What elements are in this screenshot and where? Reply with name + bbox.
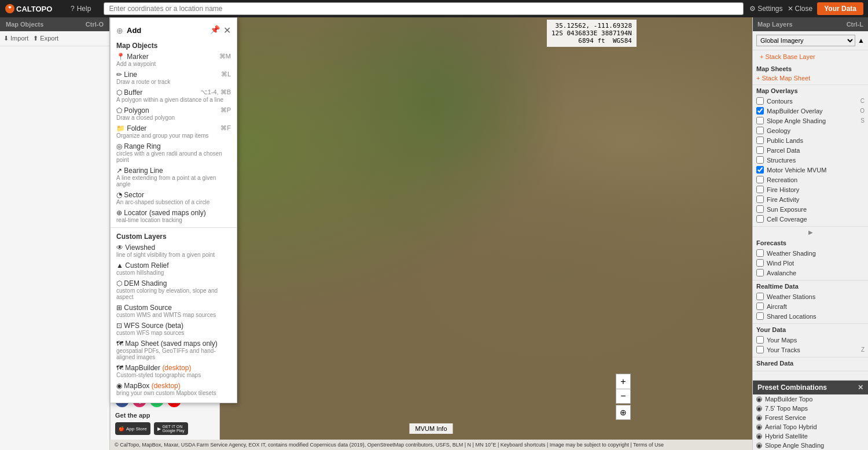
forecast-wind[interactable]: Wind Plot bbox=[756, 258, 865, 268]
add-line[interactable]: ✏ Line⌘L Draw a route or track bbox=[111, 69, 237, 87]
fire-activity-checkbox[interactable] bbox=[756, 196, 764, 203]
preset-close-button[interactable]: ✕ bbox=[858, 383, 863, 392]
overlay-structures[interactable]: Structures bbox=[756, 155, 865, 165]
preset-forest-service[interactable]: ◉ Forest Service bbox=[753, 413, 868, 422]
mvum-checkbox[interactable] bbox=[756, 166, 764, 174]
your-maps[interactable]: Your Maps bbox=[756, 335, 865, 345]
zoom-in-button[interactable]: + bbox=[616, 374, 631, 389]
your-tracks[interactable]: Your Tracks Z bbox=[756, 345, 865, 355]
realtime-aircraft[interactable]: Aircraft bbox=[756, 301, 865, 311]
close-button[interactable]: ✕ Close bbox=[788, 5, 813, 13]
overlay-mvum[interactable]: Motor Vehicle MVUM bbox=[756, 165, 865, 175]
settings-button[interactable]: ⚙ Settings bbox=[749, 5, 782, 13]
add-icon: ⊕ bbox=[116, 26, 123, 35]
add-polygon[interactable]: ⬠ Polygon⌘P Draw a closed polygon bbox=[111, 105, 237, 123]
preset-radio-aerial: ◉ bbox=[756, 424, 762, 430]
overlay-public-lands[interactable]: Public Lands bbox=[756, 135, 865, 145]
pin-button[interactable]: 📌 bbox=[210, 25, 220, 36]
preset-mapbuilder-topo[interactable]: ◉ MapBuilder Topo bbox=[753, 394, 868, 404]
structures-checkbox[interactable] bbox=[756, 156, 764, 164]
aircraft-checkbox[interactable] bbox=[756, 303, 764, 310]
slope-checkbox[interactable] bbox=[756, 117, 764, 124]
overlay-fire-history[interactable]: Fire History bbox=[756, 185, 865, 194]
export-button[interactable]: ⬆ Export bbox=[33, 35, 58, 42]
add-mapbox[interactable]: ◉ MapBox (desktop) bring your own custom… bbox=[111, 380, 237, 398]
contours-checkbox[interactable] bbox=[756, 97, 764, 105]
google-play-badge[interactable]: ▶ GET IT ONGoogle Play bbox=[154, 422, 188, 435]
sun-checkbox[interactable] bbox=[756, 205, 764, 213]
weather-stations-checkbox[interactable] bbox=[756, 293, 764, 300]
google-play-icon: ▶ bbox=[157, 426, 161, 431]
map-overlays-section: Map Overlays Contours C MapBuilder Overl… bbox=[753, 85, 868, 227]
preset-panel: Preset Combinations ✕ ◉ MapBuilder Topo … bbox=[752, 380, 868, 450]
stack-base-button[interactable]: + Stack Base Layer bbox=[756, 51, 865, 62]
overlay-recreation[interactable]: Recreation bbox=[756, 175, 865, 185]
shared-locations-checkbox[interactable] bbox=[756, 312, 764, 320]
add-buffer[interactable]: ⬡ Buffer⌥1-4, ⌘B A polygon within a give… bbox=[111, 87, 237, 105]
public-lands-checkbox[interactable] bbox=[756, 137, 764, 144]
help-button[interactable]: ? Help bbox=[64, 5, 98, 13]
avalanche-checkbox[interactable] bbox=[756, 269, 764, 276]
add-sector[interactable]: ◔ Sector An arc-shaped subsection of a c… bbox=[111, 189, 237, 207]
add-custom-source[interactable]: ⊞ Custom Source custom WMS and WMTS map … bbox=[111, 302, 237, 320]
mapbuilder-checkbox[interactable] bbox=[756, 107, 764, 115]
locate-button[interactable]: ⊕ bbox=[616, 405, 631, 420]
your-maps-checkbox[interactable] bbox=[756, 336, 764, 344]
fire-history-checkbox[interactable] bbox=[756, 186, 764, 193]
weather-checkbox[interactable] bbox=[756, 249, 764, 257]
elevation-datum: 6894 ft WGS84 bbox=[551, 37, 632, 45]
map-layers-header: Map Layers Ctrl-L bbox=[753, 17, 868, 31]
recreation-checkbox[interactable] bbox=[756, 176, 764, 183]
your-tracks-checkbox[interactable] bbox=[756, 346, 764, 353]
mvum-info-button[interactable]: MVUM Info bbox=[409, 423, 453, 434]
add-marker[interactable]: 📍 Marker⌘M Add a waypoint bbox=[111, 51, 237, 69]
overlay-geology[interactable]: Geology bbox=[756, 126, 865, 135]
overlay-sun-exposure[interactable]: Sun Exposure bbox=[756, 204, 865, 214]
realtime-shared-locations[interactable]: Shared Locations bbox=[756, 311, 865, 321]
overlay-fire-activity[interactable]: Fire Activity bbox=[756, 194, 865, 204]
preset-title: Preset Combinations bbox=[757, 383, 827, 392]
preset-slope-shading[interactable]: ◉ Slope Angle Shading bbox=[753, 441, 868, 450]
add-folder[interactable]: 📁 Folder⌘F Organize and group your map i… bbox=[111, 123, 237, 141]
add-popup-close-button[interactable]: ✕ bbox=[223, 25, 231, 36]
import-button[interactable]: ⬇ Import bbox=[3, 35, 28, 42]
realtime-weather-stations[interactable]: Weather Stations bbox=[756, 292, 865, 301]
forecast-avalanche[interactable]: Avalanche bbox=[756, 268, 865, 278]
shared-data-section: Shared Data bbox=[753, 357, 868, 371]
add-custom-relief[interactable]: ▲ Custom Relief custom hillshading bbox=[111, 260, 237, 278]
collapse-arrow[interactable]: ▶ bbox=[806, 228, 815, 237]
stack-sheet-button[interactable]: + Stack Map Sheet bbox=[756, 75, 810, 82]
geology-checkbox[interactable] bbox=[756, 127, 764, 134]
overlay-cell-coverage[interactable]: Cell Coverage bbox=[756, 214, 865, 224]
add-range-ring[interactable]: ◎ Range Ring circles with a given radii … bbox=[111, 141, 237, 165]
overlay-mapbuilder[interactable]: MapBuilder Overlay O bbox=[756, 106, 865, 116]
preset-hybrid-satellite[interactable]: ◉ Hybrid Satellite bbox=[753, 431, 868, 441]
add-map-sheet[interactable]: 🗺 Map Sheet (saved maps only) geospatial… bbox=[111, 338, 237, 362]
base-layer-select[interactable]: Global Imagery bbox=[756, 35, 855, 46]
preset-aerial-topo[interactable]: ◉ Aerial Topo Hybrid bbox=[753, 422, 868, 431]
parcel-checkbox[interactable] bbox=[756, 146, 764, 154]
app-store-badge[interactable]: 🍎 App Store bbox=[115, 422, 150, 435]
wind-checkbox[interactable] bbox=[756, 259, 764, 267]
overlay-parcel-data[interactable]: Parcel Data bbox=[756, 145, 865, 155]
map-objects-section-label: Map Objects bbox=[111, 39, 237, 51]
add-wfs-source[interactable]: ⊡ WFS Source (beta) custom WFS map sourc… bbox=[111, 320, 237, 338]
add-viewshed[interactable]: 👁 Viewshed line of sight visibility from… bbox=[111, 242, 237, 260]
preset-75-topo[interactable]: ◉ 7.5' Topo Maps bbox=[753, 404, 868, 413]
add-mapbuilder[interactable]: 🗺 MapBuilder (desktop) Custom-styled top… bbox=[111, 362, 237, 380]
search-box[interactable] bbox=[104, 2, 744, 15]
forecast-weather[interactable]: Weather Shading bbox=[756, 248, 865, 258]
get-app-label: Get the app bbox=[115, 412, 215, 419]
zoom-out-button[interactable]: − bbox=[616, 389, 631, 404]
overlay-contours[interactable]: Contours C bbox=[756, 96, 865, 106]
add-dem-shading[interactable]: ⬡ DEM Shading custom coloring by elevati… bbox=[111, 278, 237, 302]
cell-checkbox[interactable] bbox=[756, 215, 764, 223]
add-locator[interactable]: ⊕ Locator (saved maps only) real-time lo… bbox=[111, 207, 237, 225]
your-data-button[interactable]: Your Data bbox=[817, 2, 863, 15]
forecasts-title: Forecasts bbox=[756, 239, 865, 246]
overlay-slope[interactable]: Slope Angle Shading S bbox=[756, 116, 865, 126]
add-popup: ⊕ Add 📌 ✕ Map Objects 📍 Marker⌘M Add a w… bbox=[110, 17, 237, 403]
logo[interactable]: CALTOPO bbox=[0, 0, 64, 17]
add-bearing-line[interactable]: ↗ Bearing Line A line extending from a p… bbox=[111, 165, 237, 189]
search-input[interactable] bbox=[104, 2, 744, 15]
